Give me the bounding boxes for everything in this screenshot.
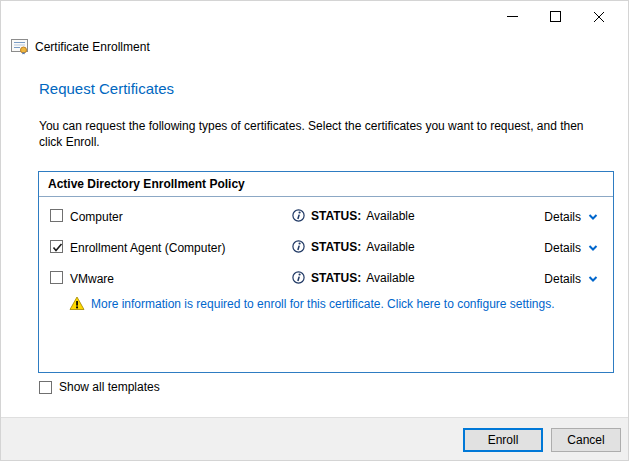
checkmark-icon — [51, 241, 64, 254]
status-label: STATUS: — [311, 271, 361, 285]
certificate-name: Enrollment Agent (Computer) — [70, 241, 225, 255]
window-title: Certificate Enrollment — [35, 40, 150, 54]
details-label: Details — [544, 272, 581, 286]
details-label: Details — [544, 210, 581, 224]
certificate-checkbox[interactable] — [50, 209, 63, 222]
certificate-row: Enrollment Agent (Computer) STATUS: Avai… — [39, 231, 613, 262]
certificate-name: VMware — [70, 272, 114, 286]
certificate-row: Computer STATUS: Available Details — [39, 200, 613, 231]
warning-text: More information is required to enroll f… — [91, 297, 555, 311]
info-icon — [291, 208, 306, 223]
maximize-icon — [550, 11, 561, 22]
details-link[interactable]: Details — [544, 210, 598, 224]
page-title: Request Certificates — [39, 80, 174, 97]
info-icon — [291, 270, 306, 285]
close-icon — [593, 11, 605, 23]
chevron-down-icon — [588, 244, 598, 252]
details-label: Details — [544, 241, 581, 255]
maximize-button[interactable] — [534, 1, 577, 32]
status-value: Available — [366, 209, 414, 223]
wizard-header: Certificate Enrollment — [11, 39, 150, 55]
show-all-templates-checkbox[interactable] — [39, 381, 52, 394]
minimize-button[interactable] — [491, 1, 534, 32]
details-link[interactable]: Details — [544, 272, 598, 286]
details-link[interactable]: Details — [544, 241, 598, 255]
chevron-down-icon — [588, 213, 598, 221]
show-all-templates-label: Show all templates — [59, 380, 160, 394]
enrollment-policy-panel: Active Directory Enrollment Policy Compu… — [38, 171, 614, 373]
titlebar — [1, 1, 628, 32]
policy-panel-header: Active Directory Enrollment Policy — [39, 172, 613, 197]
chevron-down-icon — [588, 275, 598, 283]
warning-icon — [69, 296, 85, 311]
certificate-row: VMware STATUS: Available Details — [39, 262, 613, 293]
cancel-button[interactable]: Cancel — [551, 428, 621, 452]
certificate-name: Computer — [70, 210, 123, 224]
certificate-icon — [11, 39, 29, 55]
info-icon — [291, 239, 306, 254]
enroll-button[interactable]: Enroll — [463, 428, 543, 452]
certificate-checkbox[interactable] — [50, 240, 63, 253]
configure-settings-link[interactable]: More information is required to enroll f… — [39, 295, 613, 313]
policy-panel-body: Computer STATUS: Available Details — [39, 197, 613, 313]
status-group: STATUS: Available — [291, 208, 415, 223]
status-value: Available — [366, 240, 414, 254]
status-label: STATUS: — [311, 209, 361, 223]
footer-bar: Enroll Cancel — [1, 417, 628, 460]
minimize-icon — [507, 16, 518, 17]
status-group: STATUS: Available — [291, 239, 415, 254]
certificate-enrollment-window: Certificate Enrollment Request Certifica… — [0, 0, 629, 461]
window-controls — [491, 1, 620, 32]
show-all-templates[interactable]: Show all templates — [39, 380, 160, 394]
status-group: STATUS: Available — [291, 270, 415, 285]
close-button[interactable] — [577, 1, 620, 32]
certificate-checkbox[interactable] — [50, 271, 63, 284]
status-value: Available — [366, 271, 414, 285]
page-description: You can request the following types of c… — [39, 118, 605, 150]
status-label: STATUS: — [311, 240, 361, 254]
